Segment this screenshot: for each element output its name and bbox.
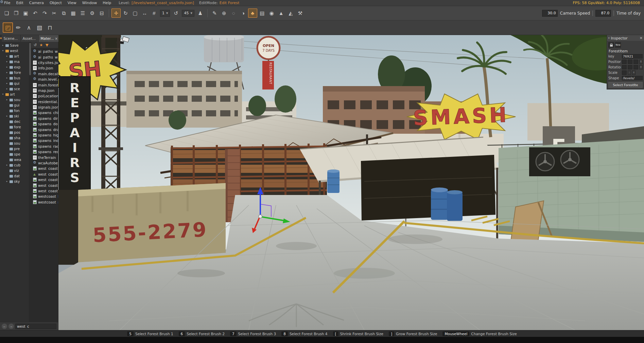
expander-icon[interactable]: ▸ [5,66,8,68]
expander-icon[interactable]: ▾ [1,49,4,52]
tree-item[interactable]: ▾ west [0,48,29,53]
file-item[interactable]: city.sites.jsc [31,60,58,65]
menu-item[interactable]: Window [80,0,100,5]
file-item[interactable]: main.forest [31,82,58,87]
tree-item[interactable]: ▸ sky [0,179,29,184]
position-y-field[interactable] [628,60,632,64]
file-item[interactable]: spawns_hig [31,132,58,138]
file-item[interactable]: wcaAutobe [31,160,58,166]
tree-item[interactable]: pos [0,130,29,135]
time-of-day-input[interactable] [595,10,611,17]
sphere-tool-button[interactable]: ◑ [239,9,248,18]
file-item[interactable]: spawns_rac [31,144,58,149]
tree-item[interactable]: ▸ sou [0,97,29,102]
file-item[interactable]: westcoast_r [31,199,58,205]
file-item[interactable]: spawns_do [31,121,58,127]
tree-item[interactable]: sou [0,141,29,146]
collapse-icon[interactable]: ▾ [608,37,610,39]
open-level-button[interactable]: ❐ [12,9,21,18]
vehicle-button[interactable]: ⊟ [97,9,106,18]
filter-button[interactable]: ▼ [46,43,48,47]
cut-button[interactable]: ✂ [50,9,59,18]
undo-button[interactable]: ↶ [31,9,40,18]
tree-item[interactable]: dec [0,119,29,124]
file-item[interactable]: ai_paths_w [31,54,58,60]
file-item[interactable]: info.json [31,65,58,71]
file-item[interactable]: spawns_dir [31,116,58,121]
paste-button[interactable]: ▦ [69,9,78,18]
asset-path-input[interactable] [15,324,56,329]
history-button[interactable]: ↺ [34,43,37,47]
tree-item[interactable]: ▸ Save [0,43,29,48]
expander-icon[interactable]: ▸ [5,71,8,74]
file-item[interactable]: spawns_rec [31,149,58,154]
tree-item[interactable]: fon [0,108,29,113]
terrain-button[interactable]: ▲ [277,9,286,18]
snap-size-dropdown[interactable]: 1 ▼ [160,10,170,17]
scale-minus-button[interactable]: - [628,70,631,75]
decal-button[interactable]: ◉ [267,9,276,18]
draw-tool-button[interactable]: ✎ [210,9,219,18]
tab-close-icon[interactable]: × [55,37,58,40]
file-item[interactable]: spawns_chi [31,110,58,115]
tree-item[interactable]: viz [0,168,29,173]
new-file-button[interactable]: ❏ [2,9,11,18]
forward-button[interactable]: → [8,324,14,329]
expander-icon[interactable]: ▸ [1,44,4,47]
file-item[interactable]: spawns_dra [31,127,58,132]
file-item[interactable]: main.decals [31,71,58,77]
snap-dimension-button[interactable]: ↔ [140,9,149,18]
tree-item[interactable]: spe [0,151,29,157]
tree-item[interactable]: dat [0,173,29,179]
save-level-button[interactable]: ▣ [21,9,30,18]
tree-item[interactable]: ▸ art [0,53,29,59]
lock-button[interactable] [608,42,614,48]
material-button[interactable]: ◭ [286,9,295,18]
rotate-tool-button[interactable]: ↻ [121,9,130,18]
expander-icon[interactable]: ▸ [5,60,8,63]
key-field[interactable] [622,54,643,59]
tree-item[interactable]: ▸ qui [0,81,29,86]
favorites-button[interactable]: ★ [39,43,43,47]
menu-item[interactable]: Object [47,0,65,5]
tree-item[interactable]: fore [0,124,29,130]
measure-button[interactable]: ⚒ [296,9,305,18]
grid-snap-button[interactable]: # [150,9,159,18]
redo-button[interactable]: ↷ [40,9,49,18]
rotation-x-field[interactable] [622,65,627,69]
editmode-value[interactable]: Edit Forest [220,1,240,5]
tree-scrollbar[interactable] [29,42,31,322]
file-item[interactable]: map.json [31,88,58,93]
level-path[interactable]: [/levels/west_coast_usa/info.json] [132,1,194,5]
viewport[interactable]: OPEN 7 DAYS RESTAURANT [58,35,644,330]
expander-icon[interactable]: ▾ [1,93,4,96]
expander-icon[interactable]: ▸ [5,82,8,85]
copy-button[interactable]: ⧉ [59,9,68,18]
tree-item[interactable]: ▸ bus [0,75,29,81]
forest-paint-brush-button[interactable]: ✏ [13,22,23,33]
rotation-stepper[interactable]: ↕ [639,65,643,69]
file-item[interactable]: ai_paths_w [31,49,58,54]
file-item[interactable]: poiLocation [31,93,58,99]
expander-icon[interactable]: ▸ [5,77,8,79]
scale-plus-button[interactable]: + [632,70,636,75]
tree-item[interactable]: ▸ ma [0,59,29,64]
area-select-button[interactable]: ▧ [34,22,45,33]
translate-tool-button[interactable]: ✛ [111,9,121,18]
layers-button[interactable]: ▤ [258,9,267,18]
camera-speed-input[interactable] [542,10,558,17]
close-icon[interactable]: × [640,36,643,40]
expander-icon[interactable]: ▸ [5,55,8,58]
tree-item[interactable]: ▸ exp [0,64,29,70]
file-item[interactable]: residential.s [31,99,58,104]
rotate-snap-dropdown[interactable]: 45 ▼ [182,10,194,17]
add-object-button[interactable]: ⊕ [220,9,229,18]
viewport-3d-scene[interactable]: OPEN 7 DAYS RESTAURANT [58,35,644,330]
tree-item[interactable]: ▸ sce [0,86,29,92]
tab-assets[interactable]: Asset... [21,35,39,42]
tree-item[interactable]: wea [0,157,29,162]
scrollbar-thumb[interactable] [29,43,31,75]
file-item[interactable]: west_coast_ [31,182,58,188]
file-item[interactable]: westcoast_l [31,194,58,199]
file-item[interactable]: theTerrain_ [31,154,58,160]
